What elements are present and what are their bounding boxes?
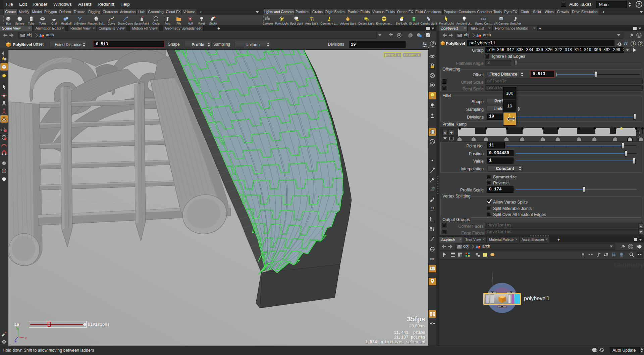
svg-text:12: 12	[431, 207, 434, 210]
svg-text:abc: abc	[430, 257, 434, 260]
svg-text:z: z	[14, 340, 17, 344]
svg-text:12: 12	[431, 187, 435, 190]
svg-text:y: y	[16, 326, 18, 330]
svg-text:x: x	[25, 336, 27, 340]
